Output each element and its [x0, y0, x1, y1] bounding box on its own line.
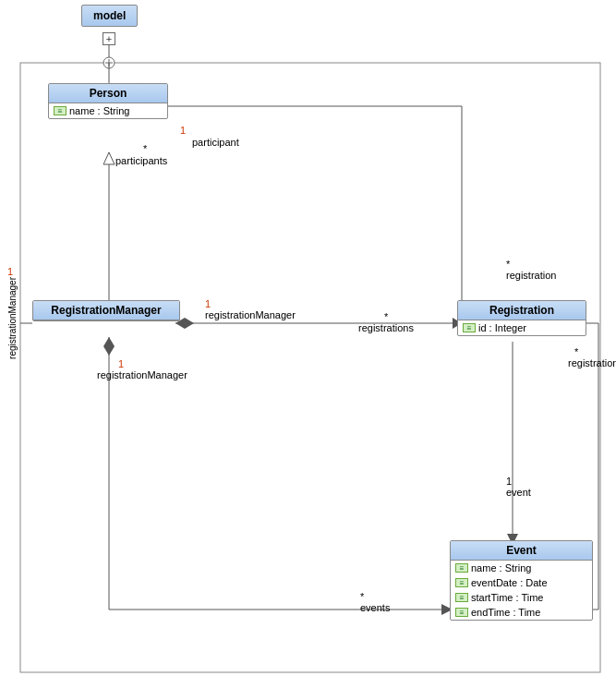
event-class-header: Event	[451, 541, 592, 561]
label-registration-right: registration	[506, 270, 556, 281]
event-attr-icon-eventdate: ≡	[455, 578, 468, 587]
event-class-box: Event ≡ name : String ≡ eventDate : Date…	[450, 540, 593, 621]
registration-manager-class-header: RegistrationManager	[33, 301, 179, 320]
event-attr-name: ≡ name : String	[451, 561, 592, 575]
label-events: events	[360, 602, 390, 613]
event-attr-eventdate: ≡ eventDate : Date	[451, 575, 592, 590]
model-label: model	[93, 9, 126, 22]
label-1-reg-manager-h: 1	[205, 298, 211, 309]
registration-class-box: Registration ≡ id : Integer	[457, 300, 586, 336]
svg-point-2	[103, 57, 115, 68]
label-1-event: 1	[506, 476, 512, 487]
label-event: event	[506, 487, 531, 498]
label-participant: participant	[192, 137, 239, 148]
label-reg-manager-left: registrationManager	[7, 277, 18, 359]
label-star-registration-far: *	[574, 346, 578, 357]
label-1-participant: 1	[180, 125, 186, 136]
svg-marker-10	[103, 152, 115, 164]
registration-attr-id: ≡ id : Integer	[458, 320, 586, 335]
svg-marker-18	[103, 337, 115, 356]
attr-icon-id: ≡	[463, 323, 476, 332]
event-attr-starttime: ≡ startTime : Time	[451, 590, 592, 605]
label-star-participants: *	[143, 143, 147, 154]
event-attr-icon-name: ≡	[455, 563, 468, 573]
person-attr-name: ≡ name : String	[49, 103, 167, 118]
label-star-events: *	[360, 591, 364, 602]
person-class-header: Person	[49, 84, 167, 103]
event-attr-endtime: ≡ endTime : Time	[451, 605, 592, 620]
label-star-registrations: *	[384, 311, 388, 322]
model-expand-icon[interactable]: +	[103, 32, 115, 45]
label-reg-manager-h: registrationManager	[205, 309, 296, 320]
uml-diagram: model + Person ≡ name : String Registrat…	[0, 0, 616, 688]
registration-class-header: Registration	[458, 301, 586, 320]
label-registration-far: registration	[568, 357, 616, 368]
event-attr-icon-endtime: ≡	[455, 608, 468, 617]
attr-icon-name: ≡	[54, 106, 66, 115]
label-participants: participants	[115, 155, 167, 166]
label-star-registration-right: *	[506, 259, 510, 270]
label-registrations: registrations	[358, 322, 414, 333]
label-1-reg-manager-bot: 1	[118, 358, 124, 369]
label-1-reg-manager-left: 1	[7, 266, 13, 277]
event-attr-icon-starttime: ≡	[455, 593, 468, 602]
label-reg-manager-bot: registrationManager	[97, 369, 187, 380]
model-box: model	[81, 5, 138, 27]
person-class-box: Person ≡ name : String	[48, 83, 168, 119]
registration-manager-class-box: RegistrationManager	[32, 300, 180, 321]
